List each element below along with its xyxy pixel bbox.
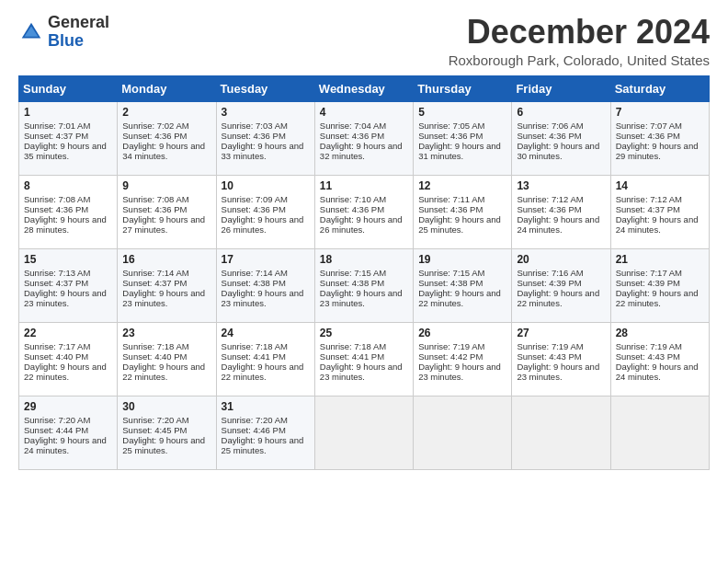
sunrise-text: Sunrise: 7:15 AM: [320, 268, 408, 278]
sunset-text: Sunset: 4:36 PM: [418, 204, 506, 214]
sunrise-text: Sunrise: 7:04 AM: [320, 121, 408, 131]
sunrise-text: Sunrise: 7:18 AM: [222, 341, 310, 351]
day-number: 18: [320, 253, 408, 266]
calendar-cell: [314, 396, 413, 469]
day-number: 11: [320, 179, 408, 192]
calendar-container: General Blue December 2024 Roxborough Pa…: [0, 0, 728, 479]
calendar-cell: 16Sunrise: 7:14 AMSunset: 4:37 PMDayligh…: [118, 248, 216, 322]
calendar-cell: 2Sunrise: 7:02 AMSunset: 4:36 PMDaylight…: [118, 101, 216, 175]
sunset-text: Sunset: 4:46 PM: [222, 425, 310, 435]
sunrise-text: Sunrise: 7:12 AM: [616, 194, 704, 204]
sunrise-text: Sunrise: 7:18 AM: [122, 341, 210, 351]
title-area: December 2024 Roxborough Park, Colorado,…: [449, 14, 710, 68]
daylight-text: Daylight: 9 hours and 35 minutes.: [24, 141, 112, 161]
daylight-text: Daylight: 9 hours and 23 minutes.: [320, 362, 408, 382]
sunrise-text: Sunrise: 7:19 AM: [616, 341, 704, 351]
sunset-text: Sunset: 4:36 PM: [222, 131, 310, 141]
calendar-cell: 17Sunrise: 7:14 AMSunset: 4:38 PMDayligh…: [216, 248, 314, 322]
logo-text-blue: Blue: [48, 32, 109, 51]
calendar-cell: 7Sunrise: 7:07 AMSunset: 4:36 PMDaylight…: [610, 101, 709, 175]
daylight-text: Daylight: 9 hours and 32 minutes.: [320, 141, 408, 161]
calendar-table: SundayMondayTuesdayWednesdayThursdayFrid…: [18, 75, 710, 470]
day-number: 21: [616, 253, 704, 266]
day-number: 14: [616, 179, 704, 192]
daylight-text: Daylight: 9 hours and 24 minutes.: [616, 214, 704, 235]
sunset-text: Sunset: 4:42 PM: [418, 351, 506, 362]
calendar-cell: 11Sunrise: 7:10 AMSunset: 4:36 PMDayligh…: [314, 175, 413, 248]
daylight-text: Daylight: 9 hours and 22 minutes.: [616, 288, 704, 308]
logo-text-general: General: [48, 14, 109, 32]
day-number: 19: [418, 253, 506, 266]
sunset-text: Sunset: 4:38 PM: [320, 278, 408, 288]
weekday-header-saturday: Saturday: [610, 75, 709, 101]
day-number: 15: [24, 253, 112, 266]
sunrise-text: Sunrise: 7:08 AM: [24, 194, 112, 204]
day-number: 28: [616, 327, 704, 339]
calendar-cell: 10Sunrise: 7:09 AMSunset: 4:36 PMDayligh…: [216, 175, 314, 248]
sunset-text: Sunset: 4:37 PM: [616, 204, 704, 214]
weekday-header-wednesday: Wednesday: [314, 75, 413, 101]
calendar-cell: 29Sunrise: 7:20 AMSunset: 4:44 PMDayligh…: [19, 396, 118, 469]
calendar-cell: 27Sunrise: 7:19 AMSunset: 4:43 PMDayligh…: [512, 322, 610, 396]
day-number: 16: [122, 253, 210, 266]
sunrise-text: Sunrise: 7:16 AM: [517, 268, 605, 278]
day-number: 31: [222, 400, 310, 413]
sunrise-text: Sunrise: 7:20 AM: [122, 415, 210, 425]
day-number: 26: [418, 327, 506, 339]
sunrise-text: Sunrise: 7:03 AM: [222, 121, 310, 131]
day-number: 6: [517, 106, 605, 119]
sunset-text: Sunset: 4:38 PM: [418, 278, 506, 288]
day-number: 17: [222, 253, 310, 266]
calendar-cell: [610, 396, 709, 469]
calendar-cell: 6Sunrise: 7:06 AMSunset: 4:36 PMDaylight…: [512, 101, 610, 175]
daylight-text: Daylight: 9 hours and 27 minutes.: [122, 214, 210, 235]
day-number: 3: [222, 106, 310, 119]
weekday-header-tuesday: Tuesday: [216, 75, 314, 101]
daylight-text: Daylight: 9 hours and 33 minutes.: [222, 141, 310, 161]
calendar-cell: 26Sunrise: 7:19 AMSunset: 4:42 PMDayligh…: [414, 322, 512, 396]
calendar-cell: 21Sunrise: 7:17 AMSunset: 4:39 PMDayligh…: [610, 248, 709, 322]
daylight-text: Daylight: 9 hours and 25 minutes.: [222, 435, 310, 455]
daylight-text: Daylight: 9 hours and 23 minutes.: [320, 288, 408, 308]
sunset-text: Sunset: 4:41 PM: [320, 351, 408, 362]
daylight-text: Daylight: 9 hours and 23 minutes.: [222, 288, 310, 308]
calendar-cell: 20Sunrise: 7:16 AMSunset: 4:39 PMDayligh…: [512, 248, 610, 322]
day-number: 13: [517, 179, 605, 192]
day-number: 10: [222, 179, 310, 192]
sunset-text: Sunset: 4:43 PM: [517, 351, 605, 362]
day-number: 12: [418, 179, 506, 192]
sunrise-text: Sunrise: 7:14 AM: [122, 268, 210, 278]
weekday-header-row: SundayMondayTuesdayWednesdayThursdayFrid…: [19, 75, 710, 101]
daylight-text: Daylight: 9 hours and 23 minutes.: [517, 362, 605, 382]
daylight-text: Daylight: 9 hours and 23 minutes.: [122, 288, 210, 308]
header-area: General Blue December 2024 Roxborough Pa…: [18, 14, 710, 68]
sunrise-text: Sunrise: 7:05 AM: [418, 121, 506, 131]
sunset-text: Sunset: 4:36 PM: [122, 131, 210, 141]
sunset-text: Sunset: 4:36 PM: [616, 131, 704, 141]
sunrise-text: Sunrise: 7:14 AM: [222, 268, 310, 278]
day-number: 4: [320, 106, 408, 119]
sunset-text: Sunset: 4:39 PM: [616, 278, 704, 288]
daylight-text: Daylight: 9 hours and 30 minutes.: [517, 141, 605, 161]
calendar-cell: 19Sunrise: 7:15 AMSunset: 4:38 PMDayligh…: [414, 248, 512, 322]
daylight-text: Daylight: 9 hours and 29 minutes.: [616, 141, 704, 161]
day-number: 25: [320, 327, 408, 339]
calendar-cell: 30Sunrise: 7:20 AMSunset: 4:45 PMDayligh…: [118, 396, 216, 469]
sunrise-text: Sunrise: 7:19 AM: [517, 341, 605, 351]
sunset-text: Sunset: 4:40 PM: [122, 351, 210, 362]
sunset-text: Sunset: 4:41 PM: [222, 351, 310, 362]
daylight-text: Daylight: 9 hours and 25 minutes.: [418, 214, 506, 235]
day-number: 8: [24, 179, 112, 192]
sunrise-text: Sunrise: 7:09 AM: [222, 194, 310, 204]
daylight-text: Daylight: 9 hours and 31 minutes.: [418, 141, 506, 161]
sunrise-text: Sunrise: 7:08 AM: [122, 194, 210, 204]
day-number: 2: [122, 106, 210, 119]
daylight-text: Daylight: 9 hours and 34 minutes.: [122, 141, 210, 161]
sunset-text: Sunset: 4:44 PM: [24, 425, 112, 435]
logo-icon: [18, 19, 44, 45]
sunrise-text: Sunrise: 7:20 AM: [222, 415, 310, 425]
calendar-week-row: 8Sunrise: 7:08 AMSunset: 4:36 PMDaylight…: [19, 175, 710, 248]
sunset-text: Sunset: 4:36 PM: [122, 204, 210, 214]
day-number: 9: [122, 179, 210, 192]
daylight-text: Daylight: 9 hours and 26 minutes.: [320, 214, 408, 235]
